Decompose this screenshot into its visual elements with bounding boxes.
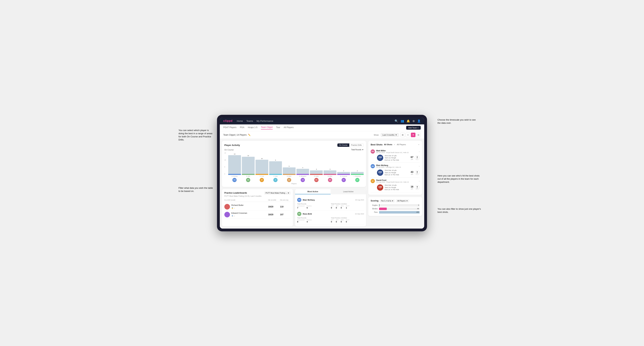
shot-row-1[interactable]: MM Matt Miller 09 Jun 2023 · Royal North… (371, 148, 420, 163)
most-active-tab[interactable]: Most Active (295, 189, 330, 194)
bar-rbutler: 3 (310, 169, 323, 175)
active-player-name-2: Rees Britt (303, 213, 312, 215)
lb-title: Practice Leaderboards (224, 192, 247, 194)
birdies-label: Birdies (371, 208, 378, 210)
sub-nav-hcaps[interactable]: Hcaps 1-5 (248, 126, 258, 129)
active-player-date-1: 26 Aug 2023 (355, 199, 364, 201)
add-team-button[interactable]: Add Team + (406, 126, 421, 130)
active-player-header-2: RB Rees Britt 02 Sep 2023 (297, 212, 364, 216)
nav-link-performance[interactable]: My Performance (256, 120, 273, 122)
x-label-bbritt: B. Britt (242, 176, 254, 177)
lb-badge-gold: 🥇 1 (231, 207, 235, 209)
main-content: Player Activity On Course Practice Drill… (220, 139, 424, 229)
x-label-ecrossman: E. Crossman (337, 176, 350, 177)
bar-dford: 10 (256, 158, 268, 175)
shot-chevron-2[interactable]: › (419, 165, 420, 168)
nav-link-teams[interactable]: Teams (246, 120, 253, 122)
stat-gtt-1: GTT 0 (331, 205, 334, 209)
lb-player-2: Edward Crossman 🥈 2 (224, 212, 267, 217)
tablet-screen: clippd Home Teams My Performance 🔍 👥 🔔 ⊕… (220, 118, 424, 229)
scoring-bar-eagles: Eagles 3 (371, 204, 420, 206)
team-header: Team Clippd | 14 Players ✏️ Show: Last 3… (220, 131, 424, 139)
shot-chevron-1[interactable]: › (419, 150, 420, 153)
avatar-bbritt: BB (242, 178, 254, 182)
player-activity-header: Player Activity On Course Practice Drill… (224, 143, 364, 147)
shot-description-3: Shot Dist: 16 ydsStart Lie: RoughEnd Lie… (385, 184, 409, 191)
shot-row-3[interactable]: DF David Ford 24 Aug 2023 · Royal North … (371, 177, 420, 192)
shot-metric-yards-3: 16 yds (410, 185, 413, 190)
view-icons: ⊞ ≡ ♥ ⊟ (400, 133, 421, 137)
lb-col-name: PLAYER NAME (224, 199, 267, 201)
stat-app-1: APP 0 (336, 205, 338, 209)
avatar-ecrossman: EC (337, 178, 350, 182)
active-player-row-2: RB Rees Britt 02 Sep 2023 Total Rounds (297, 210, 364, 224)
stat-tournament-2: Tournament 8 (297, 219, 304, 223)
total-rounds-label-2: Total Rounds (297, 217, 330, 219)
pars-label: Pars (371, 211, 378, 213)
heart-view-btn[interactable]: ♥ (411, 133, 416, 137)
birdies-value: 96 (417, 208, 419, 209)
shot-player-info-2: Blair McHarg 23 Jul 2023 · Ashridge GC, … (376, 164, 401, 168)
shot-stats-2: 200 SG Shot Dist: 43 ydsStart Lie: Rough… (377, 169, 420, 176)
list-view-btn[interactable]: ≡ (406, 133, 410, 137)
bar-bmcharg: 13 (228, 153, 241, 175)
lb-table-header: PLAYER NAME PB SCORE PB AVG SQ (224, 198, 290, 202)
player-activity-title: Player Activity (224, 144, 240, 147)
shot-chevron-3[interactable]: › (419, 180, 420, 182)
chart-filter-dropdown[interactable]: Total Rounds ▼ (351, 149, 364, 151)
bs-tab-all-shots[interactable]: All Shots (384, 144, 392, 146)
lb-avatar-2 (224, 212, 230, 217)
shot-avatar-1: MM (371, 149, 375, 154)
left-panel: Player Activity On Course Practice Drill… (220, 139, 368, 229)
table-view-btn[interactable]: ⊟ (416, 133, 421, 137)
active-player-name-1: Blair McHarg (303, 199, 315, 201)
x-label-gbillingham: G. Billingham (296, 176, 309, 177)
avatar-rbutler: RB (310, 178, 323, 182)
sc-title: Scoring (371, 199, 378, 202)
lb-row-2[interactable]: Edward Crossman 🥈 2 18/20 107 (224, 211, 290, 219)
y-label-0: 0 (224, 173, 227, 175)
on-course-pill[interactable]: On Course (338, 144, 349, 147)
chart-section-label: On Course (224, 149, 234, 151)
grid-view-btn[interactable]: ⊞ (400, 133, 405, 137)
shot-metric-carry-2: 0 yds (415, 170, 420, 175)
plus-circle-icon[interactable]: ⊕ (412, 119, 415, 123)
lb-badge-silver: 🥈 2 (231, 215, 235, 217)
sub-nav-tour[interactable]: Tour (276, 126, 280, 129)
practice-values-2: GTT 0 APP 0 (331, 219, 364, 223)
total-practice-label-1: Total Practice Activities (331, 203, 364, 205)
scoring-card: Scoring Par 3, 4 & 5s ▼ All Players ▼ (368, 197, 422, 216)
bell-icon[interactable]: 🔔 (406, 119, 410, 123)
shot-stats-3: 198 SG Shot Dist: 16 ydsStart Lie: Rough… (377, 184, 420, 191)
practice-drills-pill[interactable]: Practice Drills (349, 144, 364, 147)
shot-metric-yards-1: 67 yds (410, 156, 413, 160)
birdies-track: 96 (379, 208, 420, 210)
least-active-tab[interactable]: Least Active (330, 189, 366, 194)
lb-row-1[interactable]: Richard Butler 🥇 1 19/20 110 (224, 203, 290, 211)
activity-toggle: On Course Practice Drills (337, 143, 364, 147)
shot-row-2[interactable]: BM Blair McHarg 23 Jul 2023 · Ashridge G… (371, 163, 420, 177)
sc-filter-dropdown-1[interactable]: Par 3, 4 & 5s ▼ (380, 199, 395, 202)
right-panel: Best Shots All Shots ▼ All Players ▼ MM (368, 139, 424, 229)
shot-avatar-3: DF (371, 179, 375, 183)
chart-x-axis-label: Players (224, 183, 364, 184)
sub-nav-all-players[interactable]: All Players (284, 126, 294, 129)
lb-dropdown[interactable]: PUTT Must Make Putting ... ▼ (264, 191, 290, 194)
lb-header: Practice Leaderboards PUTT Must Make Put… (224, 191, 290, 194)
sc-filter-dropdown-2[interactable]: All Players ▼ (396, 199, 409, 202)
nav-link-home[interactable]: Home (237, 120, 243, 122)
sub-nav-team-clippd[interactable]: Team Clippd (261, 126, 273, 130)
edit-icon[interactable]: ✏️ (248, 134, 250, 136)
sub-nav-pga[interactable]: PGA (240, 126, 244, 129)
stat-app-2: APP 0 (336, 219, 338, 223)
search-icon[interactable]: 🔍 (394, 119, 398, 123)
time-filter-dropdown[interactable]: Last 3 months ▼ (381, 133, 399, 137)
most-active-tabs: Most Active Least Active (295, 189, 366, 194)
sub-nav-pgat[interactable]: PGAT Players (223, 126, 236, 129)
eagles-value: 3 (418, 204, 419, 206)
bs-tab-players[interactable]: All Players (397, 144, 406, 146)
people-icon[interactable]: 👥 (400, 119, 404, 123)
user-icon[interactable]: 👤 (417, 119, 421, 123)
eagles-track: 3 (379, 204, 420, 206)
chart-section-header: On Course Total Rounds ▼ (224, 149, 364, 151)
